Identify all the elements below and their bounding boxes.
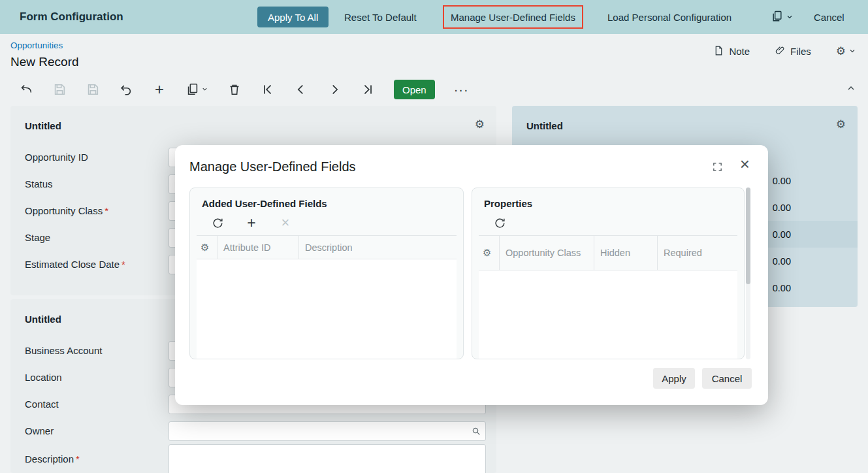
clipboard-icon xyxy=(185,82,200,97)
total-value: 0.00 xyxy=(773,229,791,240)
refresh-icon[interactable] xyxy=(211,216,224,229)
total-value: 0.00 xyxy=(773,176,791,186)
note-icon xyxy=(713,45,724,58)
more-actions-button[interactable]: ··· xyxy=(454,82,469,97)
next-record-icon[interactable] xyxy=(327,82,342,97)
clipboard-icon xyxy=(771,10,784,25)
scrollbar-thumb[interactable] xyxy=(746,188,750,284)
table-body-empty xyxy=(197,259,457,359)
field-label: Opportunity Class* xyxy=(25,205,169,216)
chevron-down-icon xyxy=(201,84,208,95)
apply-to-all-button[interactable]: Apply To All xyxy=(257,7,329,27)
field-label: Description* xyxy=(25,444,169,465)
expand-icon[interactable] xyxy=(712,161,723,175)
modal-apply-button[interactable]: Apply xyxy=(653,368,695,389)
field-label: Owner xyxy=(25,425,169,436)
added-udf-table: ⚙ Attribute ID Description xyxy=(197,235,457,359)
column-settings-gear-icon[interactable]: ⚙ xyxy=(479,236,500,270)
delete-icon[interactable] xyxy=(227,82,242,97)
table-header: ⚙ Attribute ID Description xyxy=(197,236,457,259)
reset-to-default-button[interactable]: Reset To Default xyxy=(344,0,417,34)
added-udf-title: Added User-Defined Fields xyxy=(190,188,463,210)
topbar-title: Form Configuration xyxy=(20,10,123,24)
manage-user-defined-fields-label: Manage User-Defined Fields xyxy=(451,12,575,23)
page-title: New Record xyxy=(10,55,79,69)
panel-title: Untitled xyxy=(25,314,61,325)
total-value: 0.00 xyxy=(773,203,791,213)
column-header-opportunity-class[interactable]: Opportunity Class xyxy=(500,236,594,270)
last-record-icon[interactable] xyxy=(361,82,375,97)
undo-icon[interactable] xyxy=(119,82,133,97)
properties-title: Properties xyxy=(472,188,744,210)
topbar: Form Configuration Apply To All Reset To… xyxy=(0,0,868,34)
properties-panel: Properties ⚙ Opportunity Class Hidden Re… xyxy=(472,188,745,359)
panel-title: Untitled xyxy=(25,120,61,131)
column-header-description[interactable]: Description xyxy=(299,236,457,259)
note-button[interactable]: Note xyxy=(713,45,750,58)
collapse-toolbar-icon[interactable] xyxy=(846,83,856,96)
field-row: Description* xyxy=(25,444,486,473)
record-toolbar: + Open ··· xyxy=(0,75,868,104)
cancel-button[interactable]: Cancel xyxy=(814,0,844,34)
add-row-icon[interactable]: + xyxy=(245,216,258,229)
gear-icon: ⚙ xyxy=(836,44,846,58)
description-textarea[interactable] xyxy=(169,444,486,473)
panel-gear-icon[interactable]: ⚙ xyxy=(836,118,846,131)
manage-user-defined-fields-button[interactable]: Manage User-Defined Fields xyxy=(443,5,583,29)
load-personal-configuration-button[interactable]: Load Personal Configuration xyxy=(607,0,731,34)
form-configuration-screen: Form Configuration Apply To All Reset To… xyxy=(0,0,868,473)
added-udf-panel: Added User-Defined Fields + × ⚙ Attribut… xyxy=(189,188,464,359)
note-label: Note xyxy=(729,46,750,57)
table-header: ⚙ Opportunity Class Hidden Required xyxy=(479,236,737,270)
field-label: Location xyxy=(25,372,169,383)
copy-paste-dropdown[interactable] xyxy=(185,82,208,97)
first-record-icon[interactable] xyxy=(261,82,275,97)
owner-input[interactable] xyxy=(169,421,486,441)
previous-record-icon[interactable] xyxy=(294,82,308,97)
field-label: Stage xyxy=(25,232,169,243)
modal-title: Manage User-Defined Fields xyxy=(189,159,356,174)
panel-title: Untitled xyxy=(526,120,563,131)
added-udf-toolbar: + × xyxy=(190,210,463,235)
field-label: Opportunity ID xyxy=(25,152,169,163)
close-icon[interactable]: × xyxy=(740,155,750,172)
field-label: Contact xyxy=(25,399,169,410)
paperclip-icon xyxy=(775,45,786,58)
total-value: 0.00 xyxy=(773,283,791,293)
table-body-empty xyxy=(479,270,737,359)
save-close-icon[interactable] xyxy=(86,82,100,97)
column-settings-gear-icon[interactable]: ⚙ xyxy=(197,236,217,259)
page-head-actions: Note Files ⚙ xyxy=(713,44,856,58)
settings-dropdown[interactable]: ⚙ xyxy=(836,44,856,58)
search-icon[interactable] xyxy=(471,426,481,439)
field-label: Business Account xyxy=(25,345,169,356)
save-icon[interactable] xyxy=(52,82,67,97)
add-record-icon[interactable]: + xyxy=(152,82,167,97)
field-row: Owner xyxy=(25,417,486,444)
column-header-required[interactable]: Required xyxy=(658,236,737,270)
back-icon[interactable] xyxy=(19,82,33,97)
open-button[interactable]: Open xyxy=(394,80,435,99)
panel-gear-icon[interactable]: ⚙ xyxy=(475,118,485,131)
modal-cancel-button[interactable]: Cancel xyxy=(702,368,752,389)
chevron-down-icon xyxy=(786,12,794,24)
delete-row-icon[interactable]: × xyxy=(279,216,292,229)
copy-configuration-dropdown[interactable] xyxy=(771,10,794,25)
modal-scrollbar[interactable] xyxy=(746,188,750,359)
field-label: Estimated Close Date* xyxy=(25,259,169,270)
breadcrumb[interactable]: Opportunities xyxy=(10,41,63,50)
total-value: 0.00 xyxy=(773,256,791,267)
manage-udf-modal: Manage User-Defined Fields × Added User-… xyxy=(175,145,768,405)
files-button[interactable]: Files xyxy=(775,45,811,58)
field-label: Status xyxy=(25,178,169,189)
refresh-icon[interactable] xyxy=(493,216,506,229)
column-header-hidden[interactable]: Hidden xyxy=(594,236,658,270)
properties-table: ⚙ Opportunity Class Hidden Required xyxy=(479,235,737,359)
column-header-attribute-id[interactable]: Attribute ID xyxy=(217,236,299,259)
files-label: Files xyxy=(790,46,811,57)
chevron-down-icon xyxy=(848,46,856,57)
properties-toolbar xyxy=(472,210,744,235)
